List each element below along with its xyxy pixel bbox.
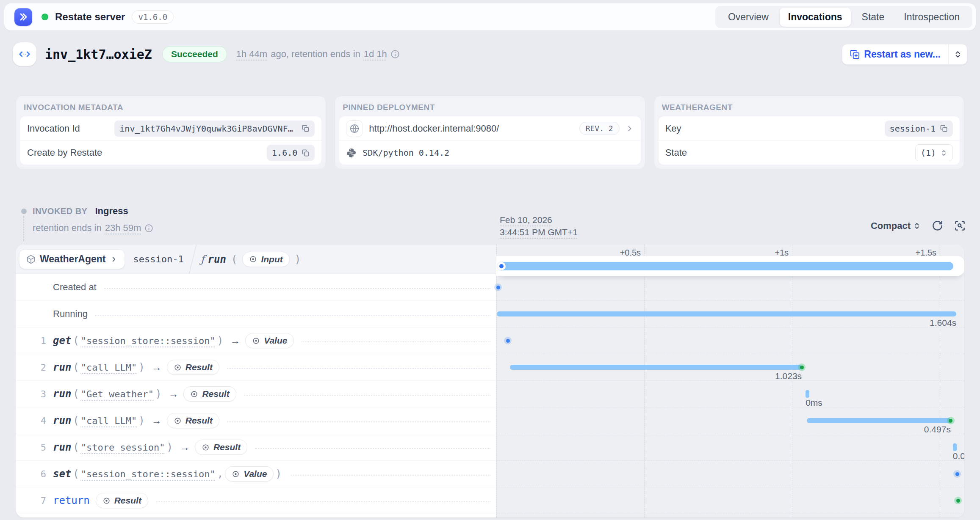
entry-index: 5 [35,442,46,453]
input-pill-label: Input [261,254,282,264]
event-dot[interactable] [953,470,961,478]
info-icon[interactable] [390,50,400,59]
chevron-right-icon[interactable] [626,124,634,133]
event-dot[interactable] [494,283,502,291]
restart-dropdown-toggle[interactable] [948,44,967,64]
nav-tabs: OverviewInvocationsStateIntrospection [715,6,972,28]
tab-overview[interactable]: Overview [720,8,777,27]
eye-icon [102,497,111,505]
age-text[interactable]: 1h 44m [236,49,267,60]
instant-duration-bar[interactable] [953,443,957,451]
duration-bar[interactable] [510,365,802,370]
journal-entry[interactable]: 7returnResult [16,487,496,514]
journal-entry[interactable]: 6set("session_store::session",Value) [16,461,496,487]
entry-index: 6 [35,469,46,479]
copy-icon[interactable] [302,124,310,132]
operation-name: run [53,415,71,426]
entry-index: 2 [35,362,46,373]
density-select[interactable]: Compact [871,220,921,231]
journal-entry[interactable]: Created at [16,274,496,301]
key-value[interactable]: session-1 [885,121,953,137]
arrow-icon: → [168,388,178,400]
timeline-row: 1.023s [496,354,964,381]
tab-introspection[interactable]: Introspection [895,8,968,27]
operation-name: run [53,388,71,400]
lifecycle-label: Running [53,308,88,319]
operation-argument[interactable]: "call LLM" [81,362,137,373]
journal-entry[interactable]: 3run("Get weather")→Result [16,381,496,407]
box-icon [26,255,36,264]
result-pill[interactable]: Result [195,440,247,455]
function-symbol: ƒ [201,253,205,265]
result-pill[interactable]: Result [167,413,219,428]
arrow-icon: → [180,441,190,453]
retention-text[interactable]: 1d 1h [364,49,387,60]
scan-search-icon[interactable] [954,220,966,231]
punctuation: ( [73,441,79,453]
revision-badge: REV. 2 [579,122,620,135]
top-bar: Restate server v1.6.0 OverviewInvocation… [4,3,976,30]
value-pill[interactable]: Value [225,466,274,481]
timeline-time[interactable]: 3:44:51 PM GMT+1 [500,227,578,237]
double-chevron-icon [18,11,29,22]
punctuation: ) [138,415,144,426]
result-pill[interactable]: Result [96,493,148,508]
deployment-url[interactable]: http://host.docker.internal:9080/ [369,123,499,134]
retention-countdown[interactable]: 23h 59m [105,223,141,234]
eye-icon [249,255,257,263]
tab-invocations[interactable]: Invocations [780,8,851,27]
service-key[interactable]: session-1 [133,254,184,264]
leader-line [244,395,490,396]
operation-argument[interactable]: "call LLM" [81,415,137,426]
leader-line [156,501,490,502]
info-icon[interactable] [144,224,153,233]
timeline-row [496,487,964,514]
completion-dot [798,363,806,371]
operation-argument[interactable]: "store session" [81,442,165,453]
state-expander[interactable]: (1) [915,144,953,161]
invocation-span-bar[interactable] [498,262,953,270]
operation-argument[interactable]: "Get weather" [81,389,154,399]
operation-name: run [53,361,71,373]
duration-label: 1.604s [930,318,956,328]
result-pill[interactable]: Result [183,386,236,402]
invocation-id-value[interactable]: inv_1kt7Gh4vJWjY0quwk3GiP8avDGVNFo… [114,121,315,137]
restart-button[interactable]: Restart as new... [842,44,948,64]
invocation-span-row[interactable] [496,256,964,276]
value-pill[interactable]: Value [245,333,294,348]
close-paren: ) [295,253,301,265]
duration-bar[interactable] [497,311,956,316]
operation-argument[interactable]: "session_store::session" [81,469,216,479]
journal-entry[interactable]: 1get("session_store::session")→Value [16,327,496,354]
operation-argument[interactable]: "session_store::session" [81,336,216,346]
event-dot[interactable] [504,337,512,344]
service-breadcrumb[interactable]: WeatherAgent [19,249,125,269]
event-dot[interactable] [954,497,962,504]
timeline-date[interactable]: Feb 10, 2026 [500,215,552,225]
refresh-icon[interactable] [932,220,943,231]
journal-entry[interactable]: Running [16,301,496,327]
code-brackets-icon [18,48,31,61]
handler-name: run [208,253,226,265]
restate-version-value[interactable]: 1.6.0 [267,145,315,161]
result-pill[interactable]: Result [167,360,219,375]
timeline-row: 1.604s [496,301,964,327]
eye-icon [174,417,182,425]
journal-row: 6set("session_store::session",Value) [16,461,964,487]
duration-bar[interactable] [807,418,951,423]
instant-duration-bar[interactable] [806,390,809,398]
copy-plus-icon [850,50,860,59]
eye-icon [190,390,198,398]
copy-icon[interactable] [940,124,948,132]
status-badge: Succeeded [162,46,227,62]
journal-entry[interactable]: 2run("call LLM")→Result [16,354,496,381]
journal-entry[interactable]: 4run("call LLM")→Result [16,407,496,434]
journal-entry[interactable]: 5run("store session")→Result [16,434,496,461]
tab-state[interactable]: State [853,8,893,27]
journal-row: 7returnResult [16,487,964,514]
invocation-header: inv_1kt7…oxieZ Succeeded 1h 44m ago, ret… [13,41,967,68]
copy-icon[interactable] [302,149,310,157]
input-pill[interactable]: Input [242,252,289,267]
lifecycle-label: Created at [53,282,97,293]
completion-dot [947,417,955,424]
